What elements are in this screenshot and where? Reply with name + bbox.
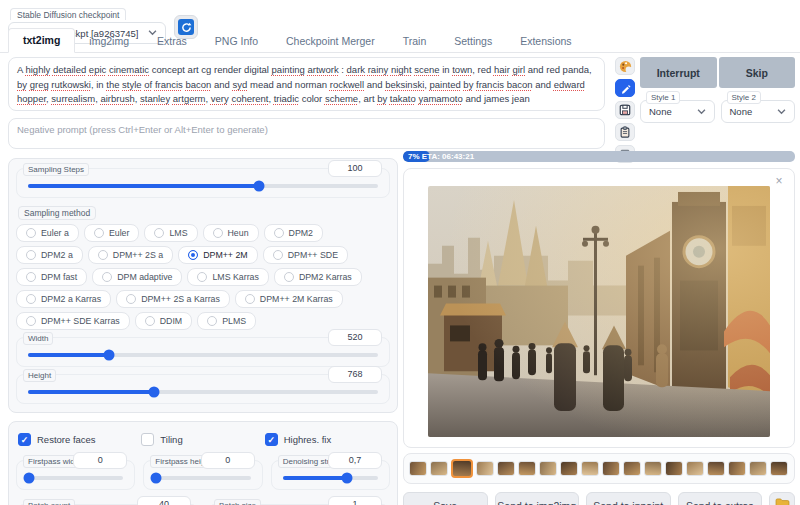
radio-icon bbox=[245, 294, 255, 304]
sampling-steps-value[interactable]: 100 bbox=[328, 160, 382, 177]
checkbox-icon bbox=[141, 433, 154, 446]
generated-image[interactable] bbox=[428, 186, 770, 437]
tab-png-info[interactable]: PNG Info bbox=[201, 30, 272, 53]
tiling-checkbox[interactable]: Tiling bbox=[141, 433, 264, 446]
sampler-option-lms-karras[interactable]: LMS Karras bbox=[187, 268, 268, 286]
sampler-option-dpm2[interactable]: DPM2 bbox=[264, 224, 323, 242]
negative-prompt-input[interactable] bbox=[8, 118, 605, 149]
batch-count-value[interactable]: 40 bbox=[137, 496, 191, 505]
tab-checkpoint-merger[interactable]: Checkpoint Merger bbox=[272, 30, 389, 53]
gallery-thumbnail[interactable] bbox=[409, 461, 427, 476]
slider-track[interactable] bbox=[283, 476, 378, 480]
slider-track[interactable] bbox=[28, 476, 123, 480]
send-to-inpaint-button[interactable]: Send to inpaint bbox=[586, 492, 671, 505]
slider-knob[interactable] bbox=[149, 387, 160, 398]
save-style-button[interactable] bbox=[615, 101, 635, 119]
tab-extras[interactable]: Extras bbox=[143, 30, 201, 53]
slider-track[interactable] bbox=[28, 184, 378, 188]
sampler-option-plms[interactable]: PLMS bbox=[197, 312, 256, 330]
radio-icon bbox=[26, 250, 36, 260]
gallery-thumbnail[interactable] bbox=[581, 461, 599, 476]
gallery-thumbnail[interactable] bbox=[430, 461, 448, 476]
apply-style-button[interactable] bbox=[615, 123, 635, 141]
gallery-thumbnail[interactable] bbox=[644, 461, 662, 476]
sampler-option-label: PLMS bbox=[222, 316, 246, 326]
gallery-thumbnail[interactable] bbox=[749, 461, 767, 476]
tab-train[interactable]: Train bbox=[389, 30, 441, 53]
slider-track[interactable] bbox=[155, 476, 250, 480]
batch-size-value[interactable]: 1 bbox=[328, 496, 382, 505]
sampler-option-lms[interactable]: LMS bbox=[144, 224, 197, 242]
sampler-option-dpm2-a[interactable]: DPM2 a bbox=[16, 246, 83, 264]
prompt-input[interactable]: A highly detailed epic cinematic concept… bbox=[8, 57, 605, 111]
sampler-option-dpm-2s-a-karras[interactable]: DPM++ 2S a Karras bbox=[116, 290, 230, 308]
sampler-option-dpm-fast[interactable]: DPM fast bbox=[16, 268, 87, 286]
restore-faces-checkbox[interactable]: Restore faces bbox=[18, 433, 141, 446]
tab-settings[interactable]: Settings bbox=[440, 30, 506, 53]
checkpoint-label: Stable Diffusion checkpoint bbox=[10, 8, 126, 20]
gallery-thumbnail[interactable] bbox=[539, 461, 557, 476]
batch-count-label: Batch count bbox=[23, 499, 75, 505]
chevron-down-icon bbox=[777, 109, 786, 115]
txt2img-settings: Sampling Steps 100 Sampling method Euler… bbox=[8, 158, 398, 505]
prompt-from-image-button[interactable] bbox=[615, 79, 635, 97]
sampler-option-euler[interactable]: Euler bbox=[84, 224, 140, 242]
send-to-img2img-button[interactable]: Send to img2img bbox=[495, 492, 580, 505]
sampling-method-group: Euler aEulerLMSHeunDPM2DPM2 aDPM++ 2S aD… bbox=[16, 224, 390, 330]
tab-img2img[interactable]: img2img bbox=[75, 30, 143, 53]
tab-extensions[interactable]: Extensions bbox=[506, 30, 585, 53]
sampler-option-dpm-sde[interactable]: DPM++ SDE bbox=[263, 246, 348, 264]
gallery-thumbnail[interactable] bbox=[518, 461, 536, 476]
folder-icon bbox=[775, 498, 790, 505]
radio-icon bbox=[274, 228, 284, 238]
send-to-extras-button[interactable]: Send to extras bbox=[678, 492, 763, 505]
open-folder-button[interactable] bbox=[769, 492, 795, 505]
skip-button[interactable]: Skip bbox=[719, 57, 796, 88]
sampler-option-dpm-sde-karras[interactable]: DPM++ SDE Karras bbox=[16, 312, 130, 330]
slider-track[interactable] bbox=[28, 353, 378, 357]
gallery-thumbnail[interactable] bbox=[665, 461, 683, 476]
gallery-thumbnail[interactable] bbox=[707, 461, 725, 476]
sampler-option-heun[interactable]: Heun bbox=[203, 224, 259, 242]
tab-txt2img[interactable]: txt2img bbox=[8, 28, 75, 53]
slider-knob[interactable] bbox=[23, 473, 34, 484]
denoising-strength-value[interactable]: 0,7 bbox=[328, 452, 382, 469]
sampler-option-label: DPM2 a Karras bbox=[41, 294, 101, 304]
gallery-thumbnail[interactable] bbox=[451, 459, 473, 478]
sampler-option-euler-a[interactable]: Euler a bbox=[16, 224, 79, 242]
slider-knob[interactable] bbox=[254, 181, 265, 192]
gallery-thumbnail[interactable] bbox=[497, 461, 515, 476]
gallery-thumbnail[interactable] bbox=[560, 461, 578, 476]
height-value[interactable]: 768 bbox=[328, 366, 382, 383]
gallery-thumbnail[interactable] bbox=[476, 461, 494, 476]
firstpass-width-value[interactable]: 0 bbox=[73, 452, 127, 469]
radio-icon bbox=[26, 294, 36, 304]
interrupt-button[interactable]: Interrupt bbox=[640, 57, 717, 88]
prompt-area: A highly detailed epic cinematic concept… bbox=[8, 57, 605, 153]
gallery-thumbnail[interactable] bbox=[686, 461, 704, 476]
firstpass-height-value[interactable]: 0 bbox=[201, 452, 255, 469]
sampler-option-ddim[interactable]: DDIM bbox=[135, 312, 192, 330]
random-artist-button[interactable] bbox=[615, 57, 635, 75]
close-preview-button[interactable]: × bbox=[771, 173, 787, 189]
sampler-option-dpm-adaptive[interactable]: DPM adaptive bbox=[92, 268, 182, 286]
width-value[interactable]: 520 bbox=[328, 329, 382, 346]
slider-knob[interactable] bbox=[103, 350, 114, 361]
sampler-option-dpm2-karras[interactable]: DPM2 Karras bbox=[274, 268, 362, 286]
gallery-thumbnail[interactable] bbox=[770, 461, 788, 476]
slider-knob[interactable] bbox=[151, 473, 162, 484]
gallery-thumbnail[interactable] bbox=[728, 461, 746, 476]
slider-track[interactable] bbox=[28, 390, 378, 394]
sampling-steps-slider: Sampling Steps 100 bbox=[16, 168, 390, 198]
radio-icon bbox=[26, 272, 36, 282]
gallery-thumbnail[interactable] bbox=[602, 461, 620, 476]
sampler-option-dpm2-a-karras[interactable]: DPM2 a Karras bbox=[16, 290, 111, 308]
gallery-thumbnail[interactable] bbox=[623, 461, 641, 476]
slider-knob[interactable] bbox=[342, 473, 353, 484]
sampler-option-dpm-2s-a[interactable]: DPM++ 2S a bbox=[88, 246, 173, 264]
save-button[interactable]: Save bbox=[403, 492, 488, 505]
sampling-steps-label: Sampling Steps bbox=[23, 163, 89, 176]
highres-fix-checkbox[interactable]: Highres. fix bbox=[265, 433, 388, 446]
sampler-option-dpm-2m-karras[interactable]: DPM++ 2M Karras bbox=[235, 290, 343, 308]
sampler-option-dpm-2m[interactable]: DPM++ 2M bbox=[178, 246, 258, 264]
